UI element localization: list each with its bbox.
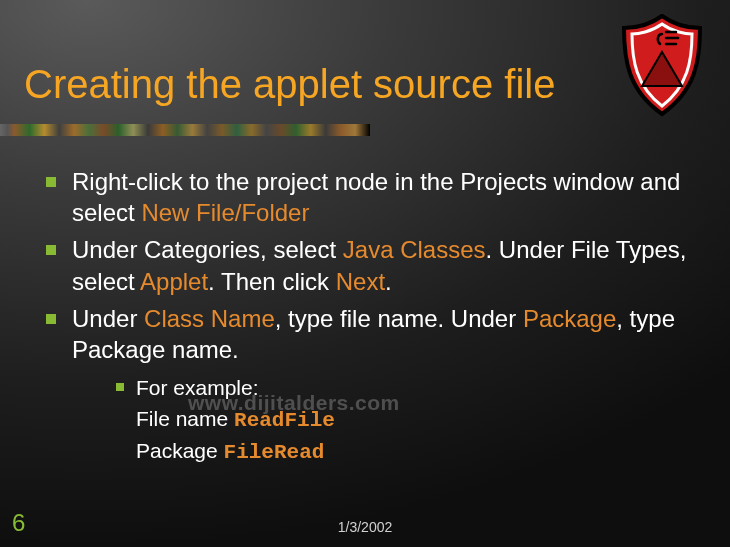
text: For example: [136,376,259,399]
slide: Creating the applet source file Right-cl… [0,0,730,547]
shield-logo [618,14,706,118]
highlight: Next [336,268,385,295]
text: , type file name. Under [275,305,523,332]
code-value: FileRead [224,441,325,464]
code-value: ReadFile [234,409,335,432]
highlight: Package [523,305,616,332]
highlight: Class Name [144,305,275,332]
text: Package [136,439,224,462]
footer-date: 1/3/2002 [0,519,730,535]
text: File name [136,407,234,430]
bullet-item: Under Class Name, type file name. Under … [36,303,690,469]
text: . [385,268,392,295]
text: . Then click [208,268,336,295]
slide-content: Right-click to the project node in the P… [36,166,690,474]
highlight: Applet [140,268,208,295]
bullet-item: Under Categories, select Java Classes. U… [36,234,690,296]
text: Under [72,305,144,332]
sub-bullet-item: For example: File name ReadFile Package … [108,373,690,468]
text: Under Categories, select [72,236,343,263]
title-divider [0,124,370,136]
bullet-item: Right-click to the project node in the P… [36,166,690,228]
highlight: Java Classes [343,236,486,263]
slide-title: Creating the applet source file [24,62,555,107]
highlight: New File/Folder [141,199,309,226]
